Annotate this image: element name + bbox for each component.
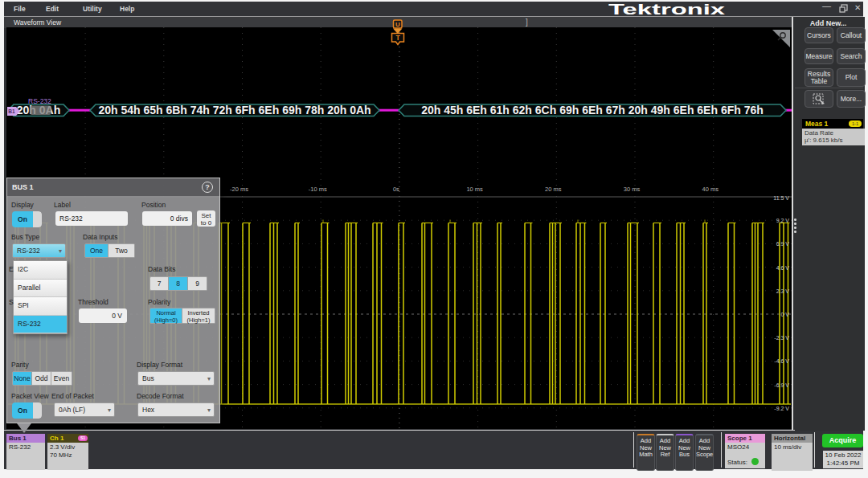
svg-text:0 V: 0 V: [780, 312, 789, 317]
svg-text:30 ms: 30 ms: [624, 186, 641, 193]
svg-text:20h 45h 6Eh 61h 62h 6Ch 69h 6E: 20h 45h 6Eh 61h 62h 6Ch 69h 6Eh 67h 20h …: [421, 104, 764, 116]
svg-text:-4.6 V: -4.6 V: [774, 358, 789, 364]
svg-text:20 ms: 20 ms: [545, 186, 562, 193]
svg-text:-10 ms: -10 ms: [309, 186, 327, 193]
svg-text:10 ms: 10 ms: [466, 186, 483, 193]
svg-text:2.3 V: 2.3 V: [776, 288, 790, 294]
svg-text:11.5 V: 11.5 V: [773, 195, 789, 201]
svg-text:-2.3 V: -2.3 V: [774, 335, 789, 341]
svg-text:20h 54h 65h 6Bh 74h 72h 6Fh 6E: 20h 54h 65h 6Bh 74h 72h 6Fh 6Eh 69h 78h …: [98, 104, 371, 116]
svg-text:B1: B1: [8, 108, 15, 114]
svg-text:T: T: [395, 34, 400, 42]
svg-text:0s: 0s: [393, 186, 399, 193]
svg-text:6.9 V: 6.9 V: [776, 241, 790, 247]
svg-text:U: U: [395, 21, 400, 28]
svg-text:4.6 V: 4.6 V: [776, 265, 790, 271]
svg-text:40 ms: 40 ms: [702, 186, 719, 193]
svg-text:9.2 V: 9.2 V: [776, 218, 790, 223]
svg-text:-9.2 V: -9.2 V: [774, 406, 789, 411]
svg-text:-6.9 V: -6.9 V: [774, 382, 789, 388]
svg-text:-20 ms: -20 ms: [230, 186, 248, 193]
